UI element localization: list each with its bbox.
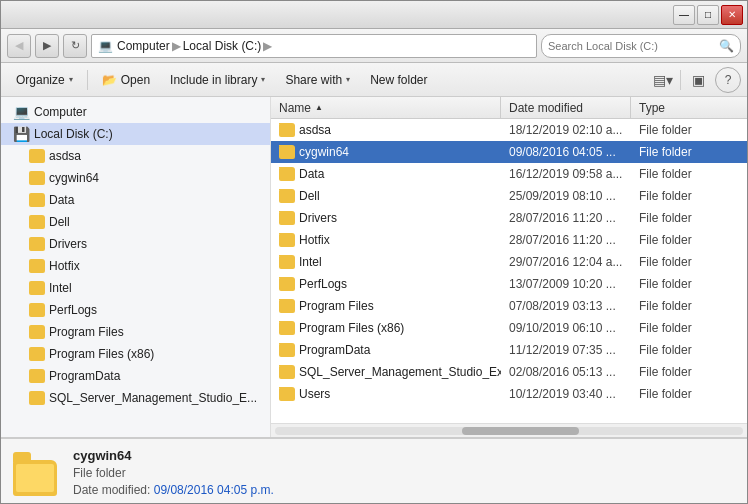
search-box[interactable]: 🔍 [541, 34, 741, 58]
file-list[interactable]: asdsa 18/12/2019 02:10 a... File folder … [271, 119, 747, 423]
table-row[interactable]: cygwin64 09/08/2016 04:05 ... File folde… [271, 141, 747, 163]
window-controls: — □ ✕ [673, 5, 743, 25]
table-row[interactable]: SQL_Server_Management_Studio_Express 02/… [271, 361, 747, 383]
folder-icon [279, 387, 295, 401]
left-pane-item[interactable]: 💾Local Disk (C:) [1, 123, 270, 145]
left-pane-item[interactable]: cygwin64 [1, 167, 270, 189]
col-date-header[interactable]: Date modified [501, 97, 631, 118]
minimize-button[interactable]: — [673, 5, 695, 25]
folder-icon [279, 211, 295, 225]
share-with-button[interactable]: Share with ▾ [276, 67, 359, 93]
sort-arrow: ▲ [315, 103, 323, 112]
folder-icon [29, 149, 45, 163]
tree-item-label: Computer [34, 105, 87, 119]
file-name-text: asdsa [299, 123, 331, 137]
file-name-text: Dell [299, 189, 320, 203]
tree-item-label: Program Files (x86) [49, 347, 154, 361]
open-button[interactable]: 📂 Open [93, 67, 159, 93]
horizontal-scrollbar[interactable] [271, 423, 747, 437]
left-pane-item[interactable]: Program Files [1, 321, 270, 343]
tree-item-label: cygwin64 [49, 171, 99, 185]
file-type-cell: File folder [631, 211, 747, 225]
left-pane-item[interactable]: Intel [1, 277, 270, 299]
new-folder-button[interactable]: New folder [361, 67, 436, 93]
status-type: File folder [73, 466, 274, 480]
file-type-cell: File folder [631, 299, 747, 313]
scroll-track[interactable] [275, 427, 743, 435]
file-name-cell: Drivers [271, 211, 501, 225]
file-date-cell: 16/12/2019 09:58 a... [501, 167, 631, 181]
preview-button[interactable]: ▣ [685, 67, 711, 93]
table-row[interactable]: ProgramData 11/12/2019 07:35 ... File fo… [271, 339, 747, 361]
tree-item-label: PerfLogs [49, 303, 97, 317]
col-type-header[interactable]: Type [631, 97, 747, 118]
include-arrow: ▾ [261, 75, 265, 84]
table-row[interactable]: PerfLogs 13/07/2009 10:20 ... File folde… [271, 273, 747, 295]
table-row[interactable]: Drivers 28/07/2016 11:20 ... File folder [271, 207, 747, 229]
table-row[interactable]: Hotfix 28/07/2016 11:20 ... File folder [271, 229, 747, 251]
folder-icon [29, 391, 45, 405]
maximize-button[interactable]: □ [697, 5, 719, 25]
left-pane[interactable]: 💻Computer💾Local Disk (C:)asdsacygwin64Da… [1, 97, 271, 437]
file-name-cell: Data [271, 167, 501, 181]
close-button[interactable]: ✕ [721, 5, 743, 25]
left-pane-item[interactable]: PerfLogs [1, 299, 270, 321]
view-separator [680, 70, 681, 90]
left-pane-item[interactable]: Hotfix [1, 255, 270, 277]
table-row[interactable]: Users 10/12/2019 03:40 ... File folder [271, 383, 747, 405]
file-date-cell: 09/08/2016 04:05 ... [501, 145, 631, 159]
left-pane-item[interactable]: asdsa [1, 145, 270, 167]
left-pane-item[interactable]: Program Files (x86) [1, 343, 270, 365]
tree-item-label: asdsa [49, 149, 81, 163]
file-date-cell: 18/12/2019 02:10 a... [501, 123, 631, 137]
left-pane-item[interactable]: ProgramData [1, 365, 270, 387]
file-name-cell: SQL_Server_Management_Studio_Express [271, 365, 501, 379]
file-date-cell: 25/09/2019 08:10 ... [501, 189, 631, 203]
folder-icon [279, 255, 295, 269]
table-row[interactable]: Program Files (x86) 09/10/2019 06:10 ...… [271, 317, 747, 339]
file-type-cell: File folder [631, 233, 747, 247]
search-input[interactable] [548, 40, 715, 52]
table-row[interactable]: Dell 25/09/2019 08:10 ... File folder [271, 185, 747, 207]
organize-label: Organize [16, 73, 65, 87]
organize-arrow: ▾ [69, 75, 73, 84]
table-row[interactable]: Program Files 07/08/2019 03:13 ... File … [271, 295, 747, 317]
folder-icon [29, 303, 45, 317]
right-pane: Name ▲ Date modified Type asdsa 18/12/20… [271, 97, 747, 437]
folder-icon [279, 277, 295, 291]
left-pane-item[interactable]: Dell [1, 211, 270, 233]
file-type-cell: File folder [631, 387, 747, 401]
folder-icon [29, 237, 45, 251]
col-name-header[interactable]: Name ▲ [271, 97, 501, 118]
organize-button[interactable]: Organize ▾ [7, 67, 82, 93]
views-button[interactable]: ▤▾ [650, 67, 676, 93]
table-row[interactable]: Data 16/12/2019 09:58 a... File folder [271, 163, 747, 185]
scroll-thumb[interactable] [462, 427, 579, 435]
tree-item-label: Hotfix [49, 259, 80, 273]
forward-button[interactable]: ▶ [35, 34, 59, 58]
table-row[interactable]: Intel 29/07/2016 12:04 a... File folder [271, 251, 747, 273]
main-area: 💻Computer💾Local Disk (C:)asdsacygwin64Da… [1, 97, 747, 437]
file-name-cell: PerfLogs [271, 277, 501, 291]
file-date-cell: 09/10/2019 06:10 ... [501, 321, 631, 335]
left-pane-item[interactable]: Drivers [1, 233, 270, 255]
folder-icon [29, 193, 45, 207]
file-type-cell: File folder [631, 321, 747, 335]
include-library-button[interactable]: Include in library ▾ [161, 67, 274, 93]
address-path[interactable]: 💻 Computer ▶ Local Disk (C:) ▶ [91, 34, 537, 58]
folder-icon [279, 145, 295, 159]
back-button[interactable]: ◀ [7, 34, 31, 58]
file-name-cell: Hotfix [271, 233, 501, 247]
left-pane-item[interactable]: 💻Computer [1, 101, 270, 123]
left-pane-item[interactable]: SQL_Server_Management_Studio_E... [1, 387, 270, 409]
table-row[interactable]: asdsa 18/12/2019 02:10 a... File folder [271, 119, 747, 141]
file-name-text: Program Files [299, 299, 374, 313]
status-date: Date modified: 09/08/2016 04:05 p.m. [73, 483, 274, 497]
folder-icon [279, 343, 295, 357]
file-date-cell: 13/07/2009 10:20 ... [501, 277, 631, 291]
left-pane-item[interactable]: Data [1, 189, 270, 211]
refresh-button[interactable]: ↻ [63, 34, 87, 58]
help-button[interactable]: ? [715, 67, 741, 93]
file-date-cell: 28/07/2016 11:20 ... [501, 211, 631, 225]
file-date-cell: 29/07/2016 12:04 a... [501, 255, 631, 269]
